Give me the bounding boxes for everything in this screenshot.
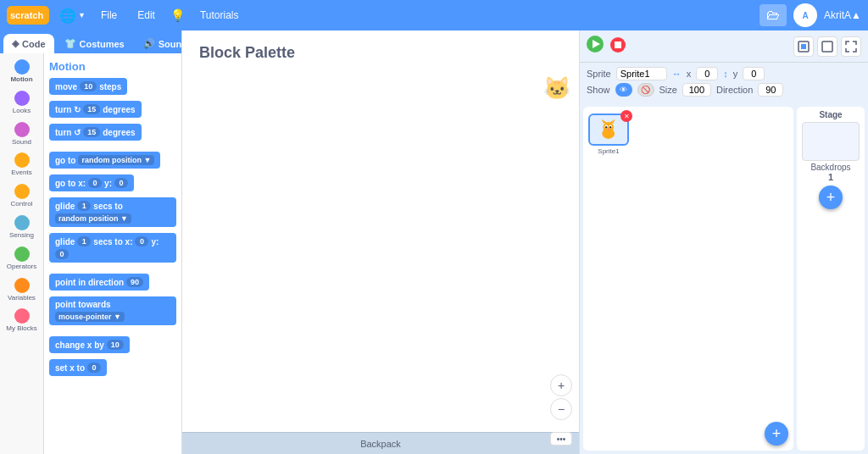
block-point-dir[interactable]: point in direction 90 xyxy=(49,274,149,291)
zoom-in-button[interactable]: + xyxy=(550,374,572,396)
palette-cat-icon: 🐱 xyxy=(543,75,570,102)
stop-button[interactable] xyxy=(610,37,626,56)
edit-menu[interactable]: Edit xyxy=(132,6,160,25)
category-control[interactable]: Control xyxy=(2,181,42,211)
sprite-info-row2: Show 👁 🚫 Size Direction xyxy=(587,83,861,97)
block-goto-random[interactable]: go to random position ▼ xyxy=(49,152,160,169)
category-sound[interactable]: Sound xyxy=(2,119,42,149)
green-flag-button[interactable] xyxy=(587,36,604,57)
size-input[interactable] xyxy=(682,83,711,97)
block-glide-random[interactable]: glide 1 secs to random position ▼ xyxy=(49,197,176,227)
block-val-glide1[interactable]: 1 xyxy=(77,201,91,211)
stage-normal-button[interactable] xyxy=(817,36,837,57)
block-row: turn ↺ 15 degrees xyxy=(49,124,176,144)
x-icon: ↔ xyxy=(672,69,682,79)
block-point-towards[interactable]: point towards mouse-pointer ▼ xyxy=(49,296,176,325)
size-label: Size xyxy=(659,85,677,95)
file-menu[interactable]: File xyxy=(96,6,122,25)
block-change-x[interactable]: change x by 10 xyxy=(49,336,130,353)
block-val-sx[interactable]: 0 xyxy=(87,363,101,373)
category-motion[interactable]: Motion xyxy=(2,57,42,86)
category-sensing[interactable]: Sensing xyxy=(2,213,42,242)
stage-header xyxy=(580,30,868,62)
block-label: degrees xyxy=(103,128,135,137)
block-val-dir[interactable]: 90 xyxy=(126,277,143,287)
stage-fullscreen-button[interactable] xyxy=(841,36,861,57)
block-val-gy[interactable]: 0 xyxy=(55,249,69,259)
block-val-gx[interactable]: 0 xyxy=(135,236,148,246)
category-events[interactable]: Events xyxy=(2,150,42,180)
block-val-steps[interactable]: 10 xyxy=(80,81,97,91)
block-label: steps xyxy=(99,82,121,91)
backpack-bar[interactable]: Backpack xyxy=(182,432,579,454)
tab-costumes[interactable]: 👕 Costumes xyxy=(56,34,133,53)
block-val-cx[interactable]: 10 xyxy=(107,340,124,350)
show-eye-toggle[interactable]: 👁 xyxy=(615,83,632,97)
block-set-x[interactable]: set x to 0 xyxy=(49,359,107,376)
block-dropdown[interactable]: random position ▼ xyxy=(55,213,131,224)
block-dropdown[interactable]: mouse-pointer ▼ xyxy=(55,312,125,322)
svg-rect-8 xyxy=(822,42,832,52)
control-dot xyxy=(14,184,30,199)
right-area: Sprite ↔ x ↕ y Show 👁 🚫 Size Direction xyxy=(580,30,868,454)
events-label: Events xyxy=(11,169,31,177)
motion-label: Motion xyxy=(10,76,32,84)
sprite-delete-button[interactable]: ✕ xyxy=(620,110,632,122)
block-val-y[interactable]: 0 xyxy=(114,178,128,188)
sprite-info: Sprite ↔ x ↕ y Show 👁 🚫 Size Direction xyxy=(580,62,868,103)
tab-code[interactable]: ◈ Code xyxy=(3,34,54,53)
block-val-glide2[interactable]: 1 xyxy=(77,236,91,246)
zoom-out-button[interactable]: − xyxy=(550,398,572,420)
sound-dot xyxy=(14,122,30,137)
zoom-dots[interactable]: ••• xyxy=(550,432,572,446)
x-label: x xyxy=(687,69,692,79)
block-move[interactable]: move 10 steps xyxy=(49,78,127,95)
tabs-bar: ◈ Code 👕 Costumes 🔊 Sounds xyxy=(0,30,181,53)
looks-label: Looks xyxy=(13,108,31,115)
category-variables[interactable]: Variables xyxy=(2,275,42,305)
tutorials-menu[interactable]: Tutorials xyxy=(195,6,244,25)
sprite-name-input[interactable] xyxy=(616,67,667,80)
blocks-panel: Motion move 10 steps turn ↻ 15 degrees xyxy=(44,53,181,454)
logo: scratch xyxy=(7,6,49,25)
block-val-x[interactable]: 0 xyxy=(88,178,102,188)
operators-dot xyxy=(14,246,30,262)
username[interactable]: AkritA▲ xyxy=(824,9,861,21)
svg-rect-5 xyxy=(615,42,621,48)
stage-small-button[interactable] xyxy=(793,36,814,57)
block-label: y: xyxy=(104,179,112,188)
svg-point-34 xyxy=(607,129,609,130)
sprite-thumb-img: ✕ xyxy=(588,114,629,146)
block-dropdown[interactable]: random position ▼ xyxy=(78,155,154,165)
stage-panel: Stage Backdrops 1 + xyxy=(797,107,865,451)
x-input[interactable] xyxy=(696,67,718,80)
add-backdrop-button[interactable]: + xyxy=(819,185,843,209)
block-row: go to random position ▼ xyxy=(49,152,176,172)
left-panel: ◈ Code 👕 Costumes 🔊 Sounds Motion xyxy=(0,30,182,454)
globe-menu[interactable]: 🌐 ▼ xyxy=(59,8,86,24)
block-val-turn-ccw[interactable]: 15 xyxy=(83,127,100,137)
block-label: secs to x: xyxy=(93,237,132,246)
category-looks[interactable]: Looks xyxy=(2,88,42,118)
hide-eye-toggle[interactable]: 🚫 xyxy=(637,83,654,97)
category-operators[interactable]: Operators xyxy=(2,244,42,274)
block-label: glide xyxy=(55,202,75,211)
globe-icon: 🌐 xyxy=(59,8,76,24)
stage-view-buttons xyxy=(793,36,861,57)
folder-button[interactable]: 🗁 xyxy=(760,4,787,26)
block-label: secs to xyxy=(93,202,122,211)
stage-area xyxy=(580,30,868,62)
add-sprite-button[interactable]: + xyxy=(765,422,788,446)
block-glide-xy[interactable]: glide 1 secs to x: 0 y: 0 xyxy=(49,233,176,263)
category-myblocks[interactable]: My Blocks xyxy=(2,306,42,335)
y-input[interactable] xyxy=(743,67,765,80)
variables-dot xyxy=(14,278,30,293)
block-turn-ccw[interactable]: turn ↺ 15 degrees xyxy=(49,124,142,141)
avatar: A xyxy=(793,3,817,27)
block-goto-xy[interactable]: go to x: 0 y: 0 xyxy=(49,174,134,191)
direction-input[interactable] xyxy=(758,83,783,97)
sprite-thumbnail[interactable]: ✕ Sprite1 xyxy=(587,114,631,155)
block-label: change x by xyxy=(55,340,104,350)
block-turn-cw[interactable]: turn ↻ 15 degrees xyxy=(49,101,142,118)
block-val-turn-cw[interactable]: 15 xyxy=(83,104,100,114)
